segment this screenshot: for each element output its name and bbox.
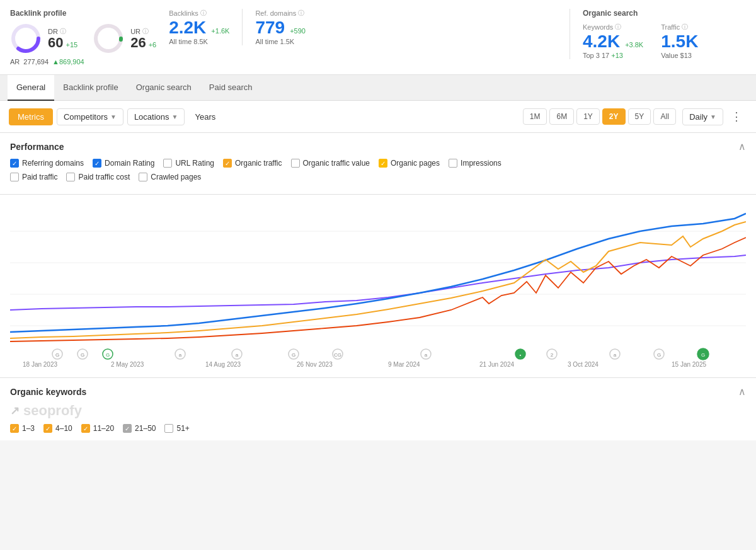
organic-search-section: Organic search Keywords ⓘ 4.2K +3.8K Top…: [570, 9, 746, 59]
organic-collapse-icon[interactable]: ∧: [738, 386, 746, 398]
competitors-dropdown-arrow: ▼: [110, 113, 117, 120]
svg-text:3 Oct 2024: 3 Oct 2024: [568, 361, 598, 368]
interval-button[interactable]: Daily ▼: [682, 108, 723, 125]
seoprofy-logo-text: seoprofy: [23, 403, 82, 419]
ur-delta: +6: [149, 41, 157, 49]
metrics-button[interactable]: Metrics: [9, 108, 53, 125]
interval-dropdown-arrow: ▼: [710, 113, 716, 120]
time-1y[interactable]: 1Y: [576, 108, 600, 125]
cb-rank-4-10[interactable]: ✓ 4–10: [43, 424, 72, 433]
more-options-button[interactable]: ⋮: [726, 107, 747, 126]
svg-text:a: a: [236, 352, 239, 358]
competitors-button[interactable]: Competitors ▼: [57, 108, 123, 125]
backlink-profile-title: Backlink profile: [10, 9, 156, 18]
performance-header: Performance ∧: [10, 140, 746, 152]
ref-domains-delta: +590: [290, 27, 306, 35]
cb-rank-11-20[interactable]: ✓ 11–20: [81, 424, 114, 433]
organic-search-title: Organic search: [583, 9, 746, 18]
checkboxes-row-2: Paid traffic Paid traffic cost Crawled p…: [10, 173, 746, 181]
ref-domains-alltime: All time 1.5K: [255, 38, 306, 45]
cb-url-rating-box: [163, 159, 172, 168]
backlinks-label: Backlinks ⓘ: [169, 9, 229, 18]
ref-domains-label: Ref. domains ⓘ: [255, 9, 306, 18]
performance-chart[interactable]: 18 Jan 2023 2 May 2023 14 Aug 2023 26 No…: [10, 200, 746, 370]
cb-organic-pages[interactable]: ✓ Organic pages: [379, 159, 440, 168]
ur-value: 26: [130, 36, 146, 50]
ar-row: AR 277,694 ▲869,904: [10, 58, 156, 66]
svg-text:2: 2: [551, 352, 554, 358]
performance-section: Performance ∧ ✓ Referring domains ✓ Doma…: [0, 133, 756, 195]
tab-paid-search[interactable]: Paid search: [200, 75, 261, 101]
ref-domains-metric: Ref. domains ⓘ 779 +590 All time 1.5K: [243, 9, 318, 45]
dr-info: DR ⓘ 60 +15: [48, 27, 77, 50]
svg-text:G: G: [701, 352, 705, 358]
locations-button[interactable]: Locations ▼: [127, 108, 185, 125]
cb-rank-1-3[interactable]: ✓ 1–3: [10, 424, 35, 433]
ar-label: AR: [10, 58, 20, 66]
cb-impressions[interactable]: Impressions: [449, 159, 501, 168]
tab-general[interactable]: General: [8, 75, 54, 101]
traffic-info-icon[interactable]: ⓘ: [682, 23, 688, 32]
svg-text:G: G: [81, 352, 84, 358]
organic-metrics-row: Keywords ⓘ 4.2K +3.8K Top 3 17 +13 Traff…: [583, 23, 746, 59]
cb-domain-rating[interactable]: ✓ Domain Rating: [93, 159, 154, 168]
cb-rank-1-3-box: ✓: [10, 424, 19, 433]
cb-organic-traffic-box: ✓: [223, 159, 232, 168]
middle-metrics: Backlinks ⓘ 2.2K +1.6K All time 8.5K Ref…: [169, 9, 557, 45]
organic-keywords-title: Organic keywords: [10, 387, 86, 397]
cb-referring-domains-box: ✓: [10, 159, 19, 168]
cb-organic-traffic-value[interactable]: Organic traffic value: [291, 159, 370, 168]
cb-rank-4-10-box: ✓: [43, 424, 52, 433]
backlinks-metric: Backlinks ⓘ 2.2K +1.6K All time 8.5K: [169, 9, 243, 45]
cb-rank-21-50[interactable]: ✓ 21–50: [123, 424, 156, 433]
cb-rank-51plus-box: [164, 424, 173, 433]
time-6m[interactable]: 6M: [549, 108, 574, 125]
time-5y[interactable]: 5Y: [628, 108, 651, 125]
cb-organic-traffic-value-box: [291, 159, 300, 168]
tab-organic-search[interactable]: Organic search: [127, 75, 200, 101]
cb-domain-rating-box: ✓: [93, 159, 101, 168]
cb-crawled-pages-box: [139, 173, 147, 181]
time-1m[interactable]: 1M: [523, 108, 547, 125]
dr-metric: DR ⓘ 60 +15: [10, 23, 77, 54]
backlink-profile-section: Backlink profile DR ⓘ 60 +15: [10, 9, 156, 66]
backlinks-delta: +1.6K: [211, 27, 229, 35]
svg-text:•: •: [520, 352, 522, 358]
top-panel: Backlink profile DR ⓘ 60 +15: [0, 0, 756, 75]
cb-rank-21-50-box: ✓: [123, 424, 132, 433]
keywords-info-icon[interactable]: ⓘ: [615, 23, 621, 32]
svg-text:G: G: [292, 352, 295, 358]
cb-paid-traffic-cost[interactable]: Paid traffic cost: [66, 173, 130, 181]
cb-rank-51plus[interactable]: 51+: [164, 424, 189, 433]
cb-paid-traffic[interactable]: Paid traffic: [10, 173, 57, 181]
cb-impressions-box: [449, 159, 457, 168]
cb-url-rating[interactable]: URL Rating: [163, 159, 214, 168]
backlinks-info-icon[interactable]: ⓘ: [200, 9, 207, 18]
ref-domains-info-icon[interactable]: ⓘ: [298, 9, 304, 18]
ar-value: 277,694: [23, 58, 49, 66]
svg-text:14 Aug 2023: 14 Aug 2023: [205, 361, 241, 368]
keywords-top3: Top 3 17 +13: [583, 52, 643, 59]
keywords-label: Keywords ⓘ: [583, 23, 643, 32]
svg-text:G: G: [657, 352, 661, 358]
dr-donut-chart: [10, 23, 42, 54]
cb-referring-domains[interactable]: ✓ Referring domains: [10, 159, 84, 168]
backlinks-alltime: All time 8.5K: [169, 38, 229, 45]
svg-text:15 Jan 2025: 15 Jan 2025: [672, 361, 706, 368]
svg-text:G: G: [55, 352, 59, 358]
time-2y[interactable]: 2Y: [602, 108, 626, 125]
performance-title: Performance: [10, 142, 64, 152]
svg-text:CG: CG: [334, 352, 341, 358]
collapse-icon[interactable]: ∧: [738, 140, 746, 152]
cb-organic-pages-box: ✓: [379, 159, 387, 168]
cb-paid-traffic-box: [10, 173, 19, 181]
years-button[interactable]: Years: [188, 109, 222, 125]
tab-backlink-profile[interactable]: Backlink profile: [54, 75, 127, 101]
toolbar-right: 1M 6M 1Y 2Y 5Y All Daily ▼ ⋮: [523, 107, 747, 126]
cb-organic-traffic[interactable]: ✓ Organic traffic: [223, 159, 282, 168]
time-all[interactable]: All: [653, 108, 676, 125]
ur-info: UR ⓘ 26 +6: [130, 27, 156, 50]
locations-dropdown-arrow: ▼: [172, 113, 178, 120]
cb-paid-traffic-cost-box: [66, 173, 75, 181]
cb-crawled-pages[interactable]: Crawled pages: [139, 173, 201, 181]
